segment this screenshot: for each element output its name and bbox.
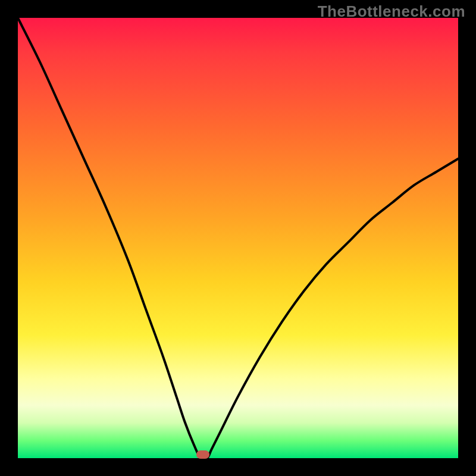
min-marker (196, 450, 209, 459)
bottleneck-curve-path (18, 18, 458, 459)
bottleneck-curve (18, 18, 458, 458)
chart-frame: TheBottleneck.com (0, 0, 476, 476)
plot-area (18, 18, 458, 458)
